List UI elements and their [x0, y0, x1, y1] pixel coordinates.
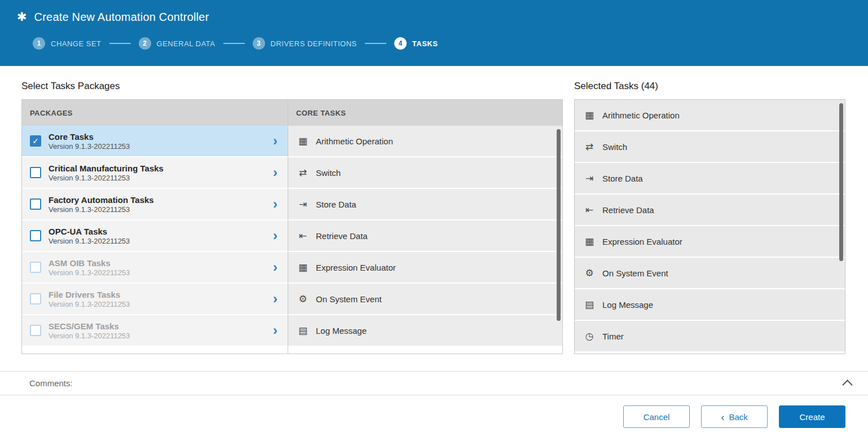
step-4-label: TASKS — [412, 39, 438, 48]
package-version: Version 9.1.3-202211253 — [49, 332, 130, 340]
wizard-header: ✱ Create New Automation Controller 1 CHA… — [0, 0, 868, 66]
selected-task-row[interactable]: ▦ Expression Evaluator — [575, 226, 845, 258]
checkbox-disabled — [30, 293, 41, 304]
chevron-left-icon: ‹ — [721, 412, 724, 422]
selected-task-row[interactable]: ⇄ Switch — [575, 131, 845, 163]
grid-icon: ▦ — [297, 135, 309, 147]
selected-task-row[interactable]: ⇥ Store Data — [575, 163, 845, 195]
core-tasks-column: CORE TASKS ▦ Arithmetic Operation ⇄ Swit… — [288, 100, 562, 354]
packages-column: PACKAGES ✓ Core Tasks Version 9.1.3-2022… — [22, 100, 288, 354]
log-message-icon: ▤ — [297, 325, 309, 336]
select-tasks-packages-title: Select Tasks Packages — [21, 81, 563, 92]
switch-icon: ⇄ — [584, 141, 595, 152]
page-title: Create New Automation Controller — [34, 11, 209, 24]
package-row-core-tasks[interactable]: ✓ Core Tasks Version 9.1.3-202211253 › — [22, 126, 288, 157]
package-title: File Drivers Tasks — [49, 289, 130, 301]
checkbox-checked[interactable]: ✓ — [30, 135, 41, 147]
wizard-stepper: 1 CHANGE SET 2 GENERAL DATA 3 DRIVERS DE… — [33, 37, 868, 50]
chevron-right-icon[interactable]: › — [273, 229, 280, 242]
core-task-row[interactable]: ⇤ Retrieve Data — [288, 220, 562, 252]
core-tasks-scrollbar[interactable] — [557, 129, 561, 321]
check-icon: ✓ — [32, 137, 39, 145]
chevron-right-icon[interactable]: › — [273, 197, 280, 211]
step-4-number: 4 — [394, 37, 407, 50]
package-row-factory-automation-tasks[interactable]: Factory Automation Tasks Version 9.1.3-2… — [22, 189, 288, 220]
package-title: Core Tasks — [49, 131, 130, 143]
step-1-label: CHANGE SET — [51, 39, 102, 48]
chevron-right-icon[interactable]: › — [273, 166, 280, 179]
checkbox-unchecked[interactable] — [30, 230, 41, 241]
core-tasks-column-header: CORE TASKS — [288, 100, 562, 126]
packages-table: PACKAGES ✓ Core Tasks Version 9.1.3-2022… — [21, 99, 563, 354]
package-title: Factory Automation Tasks — [49, 195, 154, 206]
step-3-number: 3 — [253, 37, 265, 50]
comments-bar: Comments: — [0, 371, 868, 395]
core-task-row[interactable]: ▦ Expression Evaluator — [288, 252, 562, 284]
chevron-right-icon[interactable]: › — [273, 292, 280, 306]
package-title: ASM OIB Tasks — [49, 258, 130, 269]
main-content: Select Tasks Packages PACKAGES ✓ Core Ta… — [0, 66, 868, 354]
cancel-button[interactable]: Cancel — [623, 405, 690, 428]
core-task-row[interactable]: ⇄ Switch — [288, 157, 562, 189]
selected-task-row[interactable]: ▤ Log Message — [575, 289, 845, 321]
package-version: Version 9.1.3-202211253 — [49, 268, 130, 277]
package-title: SECS/GEM Tasks — [49, 321, 130, 332]
log-message-icon: ▤ — [584, 299, 595, 310]
switch-icon: ⇄ — [297, 167, 309, 178]
store-data-icon: ⇥ — [584, 173, 595, 184]
back-button[interactable]: ‹ Back — [701, 405, 768, 428]
package-version: Version 9.1.3-202211253 — [49, 205, 154, 214]
package-version: Version 9.1.3-202211253 — [49, 300, 130, 308]
comments-label: Comments: — [29, 378, 73, 388]
step-connector — [109, 43, 131, 44]
core-task-row[interactable]: ⇥ Store Data — [288, 189, 562, 220]
chevron-right-icon[interactable]: › — [273, 134, 280, 148]
step-3-label: DRIVERS DEFINITIONS — [271, 39, 357, 48]
step-2-number: 2 — [139, 37, 151, 50]
selected-tasks-scrollbar[interactable] — [839, 103, 843, 261]
selected-task-row[interactable]: ⇤ Retrieve Data — [575, 195, 845, 226]
app-logo-icon: ✱ — [17, 10, 27, 24]
package-row-asm-oib-tasks[interactable]: ASM OIB Tasks Version 9.1.3-202211253 › — [22, 252, 288, 284]
grid-icon: ▦ — [297, 262, 309, 273]
core-task-row[interactable]: ⚙ On System Event — [288, 284, 562, 315]
chevron-right-icon[interactable]: › — [273, 261, 280, 274]
collapse-chevron-icon[interactable] — [842, 379, 852, 390]
selected-task-row[interactable]: ▦ Arithmetic Operation — [575, 100, 845, 131]
system-event-icon: ⚙ — [297, 293, 309, 304]
create-button[interactable]: Create — [779, 405, 845, 428]
step-2-label: GENERAL DATA — [157, 39, 215, 48]
retrieve-data-icon: ⇤ — [297, 230, 309, 241]
packages-column-header: PACKAGES — [22, 100, 288, 126]
selected-task-row[interactable]: ◷ Timer — [575, 321, 845, 352]
package-version: Version 9.1.3-202211253 — [49, 237, 130, 245]
package-row-secs-gem-tasks[interactable]: SECS/GEM Tasks Version 9.1.3-202211253 › — [22, 315, 288, 347]
package-title: Critical Manufacturing Tasks — [49, 163, 164, 174]
selected-tasks-panel: ▦ Arithmetic Operation ⇄ Switch ⇥ Store … — [574, 99, 845, 354]
step-tasks[interactable]: 4 TASKS — [394, 37, 438, 50]
package-version: Version 9.1.3-202211253 — [49, 142, 130, 151]
timer-icon: ◷ — [584, 330, 595, 342]
package-title: OPC-UA Tasks — [49, 226, 130, 237]
step-1-number: 1 — [33, 37, 45, 50]
core-task-row[interactable]: ▦ Arithmetic Operation — [288, 126, 562, 157]
package-row-opc-ua-tasks[interactable]: OPC-UA Tasks Version 9.1.3-202211253 › — [22, 220, 288, 252]
core-task-row[interactable]: ▤ Log Message — [288, 315, 562, 347]
chevron-right-icon[interactable]: › — [273, 324, 280, 337]
package-row-critical-manufacturing-tasks[interactable]: Critical Manufacturing Tasks Version 9.1… — [22, 157, 288, 189]
checkbox-disabled — [30, 325, 41, 336]
step-connector — [365, 43, 386, 44]
step-general-data[interactable]: 2 GENERAL DATA — [139, 37, 215, 50]
checkbox-unchecked[interactable] — [30, 167, 41, 178]
step-change-set[interactable]: 1 CHANGE SET — [33, 37, 102, 50]
grid-icon: ▦ — [584, 109, 595, 121]
selected-task-row[interactable]: ⚙ On System Event — [575, 258, 845, 289]
selected-tasks-title: Selected Tasks (44) — [574, 81, 845, 92]
step-connector — [223, 43, 245, 44]
back-button-label: Back — [729, 412, 747, 422]
checkbox-unchecked[interactable] — [30, 198, 41, 210]
step-drivers-definitions[interactable]: 3 DRIVERS DEFINITIONS — [253, 37, 357, 50]
package-row-file-drivers-tasks[interactable]: File Drivers Tasks Version 9.1.3-2022112… — [22, 284, 288, 315]
checkbox-disabled — [30, 262, 41, 273]
grid-icon: ▦ — [584, 236, 595, 247]
